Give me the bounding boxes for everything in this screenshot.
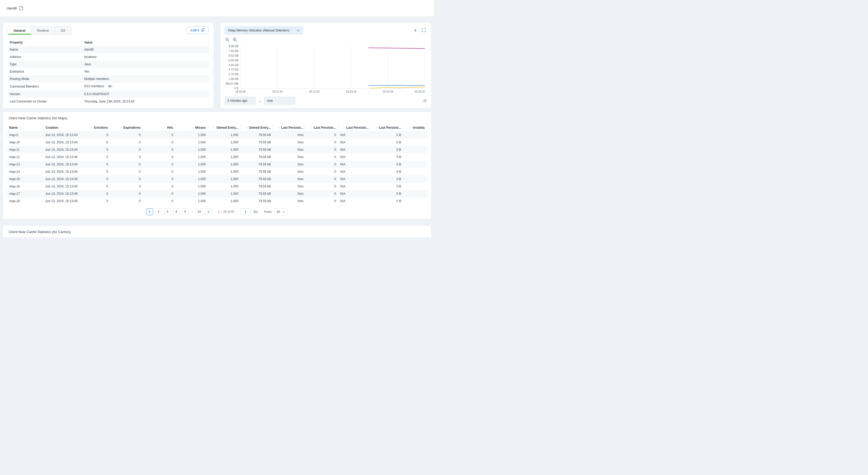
property-value-text: Multiple members: [84, 77, 109, 81]
cell-last-persiste: 0: [306, 183, 338, 190]
page-button-5[interactable]: 5: [182, 208, 189, 215]
eye-icon[interactable]: [107, 85, 113, 89]
column-header-evictions[interactable]: ▲Evictions: [78, 124, 110, 131]
maps-stats-panel: Client Near Cache Statistics (for Maps) …: [3, 112, 431, 219]
cell-owned-entry: 1,000: [208, 183, 240, 190]
zoom-in-icon[interactable]: [233, 37, 237, 43]
goto-page-input[interactable]: [240, 208, 251, 215]
cell-last-persiste: 0 B: [371, 183, 403, 190]
cell-hits: 0: [143, 175, 175, 183]
add-chart-icon[interactable]: +: [414, 29, 417, 32]
column-header-property-label: Property: [10, 41, 23, 44]
document-icon[interactable]: [20, 6, 23, 10]
svg-text:4.66 GB: 4.66 GB: [228, 64, 239, 67]
cell-hits: 0: [143, 198, 175, 205]
cell-hits: 0: [143, 139, 175, 146]
cell-misses: 1,000: [175, 168, 208, 175]
settings-gear-icon[interactable]: ⚙: [423, 98, 427, 103]
cell-owned-entry: 1,000: [208, 190, 240, 198]
cell-misses: 1,000: [175, 198, 208, 205]
property-name: Enterprise: [8, 68, 82, 75]
property-name: Last Connection to Cluster: [8, 98, 82, 105]
cell-evictions: 0: [78, 131, 110, 139]
column-header-property[interactable]: Property▲: [8, 39, 82, 46]
svg-text:7.45 GB: 7.45 GB: [228, 50, 239, 53]
rows-per-page-select[interactable]: 10: [274, 208, 288, 215]
column-header-expirations[interactable]: ▲Expirations: [110, 124, 143, 131]
pagination: 12345–101 – 10 of 97GoRows10: [7, 208, 427, 215]
column-header-invalida[interactable]: ▲Invalida: [403, 124, 427, 131]
cell-evictions: 0: [78, 175, 110, 183]
time-to-input[interactable]: [264, 97, 295, 105]
page-button-4[interactable]: 4: [173, 208, 180, 215]
general-property-table: Property▲ Value NameclientBAddresslocalh…: [8, 39, 209, 105]
cell-owned-entry: 1,000: [208, 168, 240, 175]
cell-last-persiste: 0ms: [273, 183, 306, 190]
column-header-last-persiste[interactable]: ▲Last Persiste...: [371, 124, 403, 131]
svg-text:2.79 GB: 2.79 GB: [228, 73, 239, 76]
column-header-last-persiste[interactable]: ▲Last Persiste...: [306, 124, 338, 131]
column-header-label: Last Persiste...: [379, 126, 401, 129]
cell-name: map-14: [7, 168, 43, 175]
cell-expirations: 0: [110, 153, 143, 161]
fullscreen-icon[interactable]: [422, 28, 426, 33]
column-header-owned-entry[interactable]: ▲Owned Entry...: [240, 124, 273, 131]
property-value: localhost: [82, 53, 209, 61]
column-header-creation[interactable]: Creation▲: [43, 124, 78, 131]
page-button-10[interactable]: 10: [195, 208, 203, 215]
tab-os[interactable]: OS: [55, 27, 71, 35]
next-page-button[interactable]: [205, 208, 212, 215]
sort-caret-icon: ▲: [192, 127, 194, 128]
caches-stats-panel: Client Near Cache Statistics (for Caches…: [3, 226, 431, 237]
svg-text:15:14:16: 15:14:16: [383, 90, 393, 93]
cell-last-persiste: 0: [306, 168, 338, 175]
cell-creation: Jun 13, 2024, 15:13:43: [43, 131, 78, 139]
cell-last-persiste: N/A: [338, 190, 371, 198]
cell-evictions: 0: [78, 183, 110, 190]
column-header-label: Invalida: [413, 126, 425, 129]
property-row: Routing ModeMultiple members: [8, 75, 209, 83]
tab-general[interactable]: General: [8, 27, 31, 35]
cell-expirations: 0: [110, 168, 143, 175]
column-header-label: Last Persiste...: [281, 126, 304, 129]
cell-last-persiste: 0 B: [371, 190, 403, 198]
cell-misses: 1,000: [175, 175, 208, 183]
svg-text:3.73 GB: 3.73 GB: [228, 68, 239, 71]
maps-stats-table: Name▲Creation▲▲Evictions▲Expirations▲Hit…: [7, 124, 427, 205]
cell-invalida: [403, 153, 427, 161]
cell-last-persiste: 0 B: [371, 153, 403, 161]
page-title: clientB: [6, 6, 17, 10]
page-button-3[interactable]: 3: [164, 208, 171, 215]
column-header-last-persiste[interactable]: ▲Last Persiste...: [338, 124, 371, 131]
cell-last-persiste: 0: [306, 139, 338, 146]
page-button-1[interactable]: 1: [146, 208, 153, 215]
cell-last-persiste: N/A: [338, 153, 371, 161]
cell-expirations: 0: [110, 190, 143, 198]
cell-invalida: [403, 161, 427, 168]
go-button[interactable]: Go: [253, 210, 258, 214]
cell-last-persiste: N/A: [338, 198, 371, 205]
rows-per-page-label: Rows: [264, 210, 272, 214]
property-value: Yes: [82, 68, 209, 75]
column-header-label: Expirations: [123, 126, 141, 129]
cell-last-persiste: 0: [306, 175, 338, 183]
column-header-name[interactable]: Name▲: [7, 124, 43, 131]
property-row: NameclientB: [8, 46, 209, 53]
column-header-last-persiste[interactable]: ▲Last Persiste...: [273, 124, 306, 131]
time-from-input[interactable]: [225, 97, 255, 105]
property-row: EnterpriseYes: [8, 68, 209, 75]
cell-last-persiste: N/A: [338, 139, 371, 146]
column-header-misses[interactable]: ▲Misses: [175, 124, 208, 131]
cell-invalida: [403, 190, 427, 198]
tab-runtime[interactable]: Runtime: [31, 27, 55, 35]
cell-last-persiste: 0: [306, 153, 338, 161]
page-button-2[interactable]: 2: [155, 208, 162, 215]
zoom-out-icon[interactable]: [225, 37, 229, 43]
heap-memory-chart[interactable]: 8.38 GB7.45 GB6.52 GB5.59 GB4.66 GB3.73 …: [225, 43, 427, 95]
cell-misses: 1,000: [175, 139, 208, 146]
cell-owned-entry: 79.55 kB: [240, 183, 273, 190]
copy-button[interactable]: COPY: [186, 27, 209, 34]
column-header-owned-entry[interactable]: ▲Owned Entry...: [208, 124, 240, 131]
metric-select[interactable]: Heap Memory Utilization (Manual Selectio…: [225, 27, 303, 34]
column-header-hits[interactable]: ▲Hits: [143, 124, 175, 131]
